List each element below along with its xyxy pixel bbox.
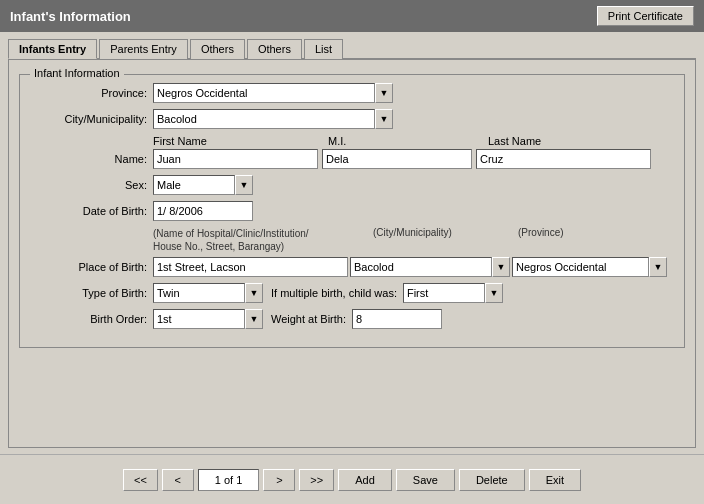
tob-row: Type of Birth: ▼ If multiple birth, chil… [32, 283, 672, 303]
pob-street-input[interactable] [153, 257, 348, 277]
province-row: Province: ▼ [32, 83, 672, 103]
province-label: Province: [32, 87, 147, 99]
province-input[interactable] [153, 83, 375, 103]
page-info: 1 of 1 [198, 469, 260, 491]
birth-order-label: Birth Order: [32, 313, 147, 325]
tob-label: Type of Birth: [32, 287, 147, 299]
address-hint-2: (City/Municipality) [363, 227, 518, 238]
dob-row: Date of Birth: [32, 201, 672, 221]
first-name-header: First Name [153, 135, 328, 147]
weight-input[interactable] [352, 309, 442, 329]
exit-button[interactable]: Exit [529, 469, 581, 491]
birth-order-dropdown-btn[interactable]: ▼ [245, 309, 263, 329]
address-hint-3: (Province) [518, 227, 564, 238]
prev-page-button[interactable]: < [162, 469, 194, 491]
next-page-button[interactable]: > [263, 469, 295, 491]
multiple-input[interactable] [403, 283, 485, 303]
tab-others-1[interactable]: Others [190, 39, 245, 59]
first-page-button[interactable]: << [123, 469, 158, 491]
pob-province-input[interactable] [512, 257, 649, 277]
tab-list[interactable]: List [304, 39, 343, 59]
print-certificate-button[interactable]: Print Certificate [597, 6, 694, 26]
dob-input[interactable] [153, 201, 253, 221]
form-panel: Infant Information Province: ▼ City/Muni… [8, 59, 696, 448]
pob-city-input[interactable] [350, 257, 492, 277]
sex-label: Sex: [32, 179, 147, 191]
name-headers: First Name M.I. Last Name [153, 135, 672, 147]
multiple-label: If multiple birth, child was: [271, 287, 397, 299]
sex-row: Sex: ▼ [32, 175, 672, 195]
dob-label: Date of Birth: [32, 205, 147, 217]
province-dropdown-btn[interactable]: ▼ [375, 83, 393, 103]
infant-info-group: Infant Information Province: ▼ City/Muni… [19, 74, 685, 348]
pob-province-dropdown-btn[interactable]: ▼ [649, 257, 667, 277]
sex-dropdown-btn[interactable]: ▼ [235, 175, 253, 195]
last-name-header: Last Name [488, 135, 541, 147]
city-row: City/Municipality: ▼ [32, 109, 672, 129]
mi-header: M.I. [328, 135, 488, 147]
sex-input[interactable] [153, 175, 235, 195]
last-page-button[interactable]: >> [299, 469, 334, 491]
tab-infants-entry[interactable]: Infants Entry [8, 39, 97, 59]
first-name-input[interactable] [153, 149, 318, 169]
city-input[interactable] [153, 109, 375, 129]
city-dropdown-btn[interactable]: ▼ [375, 109, 393, 129]
window-title: Infant's Information [10, 9, 131, 24]
delete-button[interactable]: Delete [459, 469, 525, 491]
last-name-input[interactable] [476, 149, 651, 169]
tab-parents-entry[interactable]: Parents Entry [99, 39, 188, 59]
content-area: Infants Entry Parents Entry Others Other… [0, 32, 704, 454]
save-button[interactable]: Save [396, 469, 455, 491]
weight-label: Weight at Birth: [271, 313, 346, 325]
mi-input[interactable] [322, 149, 472, 169]
pob-row: Place of Birth: ▼ ▼ [32, 257, 672, 277]
add-button[interactable]: Add [338, 469, 392, 491]
tob-input[interactable] [153, 283, 245, 303]
birth-order-input[interactable] [153, 309, 245, 329]
group-box-label: Infant Information [30, 67, 124, 79]
tab-bar: Infants Entry Parents Entry Others Other… [8, 38, 696, 59]
tab-others-2[interactable]: Others [247, 39, 302, 59]
city-label: City/Municipality: [32, 113, 147, 125]
name-row: Name: [32, 149, 672, 169]
pob-city-dropdown-btn[interactable]: ▼ [492, 257, 510, 277]
address-hint-1: (Name of Hospital/Clinic/Institution/Hou… [153, 227, 363, 253]
title-bar: Infant's Information Print Certificate [0, 0, 704, 32]
name-label: Name: [32, 153, 147, 165]
main-window: Infant's Information Print Certificate I… [0, 0, 704, 504]
multiple-dropdown-btn[interactable]: ▼ [485, 283, 503, 303]
footer-nav: << < 1 of 1 > >> Add Save Delete Exit [0, 454, 704, 504]
birth-order-row: Birth Order: ▼ Weight at Birth: [32, 309, 672, 329]
pob-label: Place of Birth: [32, 261, 147, 273]
tob-dropdown-btn[interactable]: ▼ [245, 283, 263, 303]
